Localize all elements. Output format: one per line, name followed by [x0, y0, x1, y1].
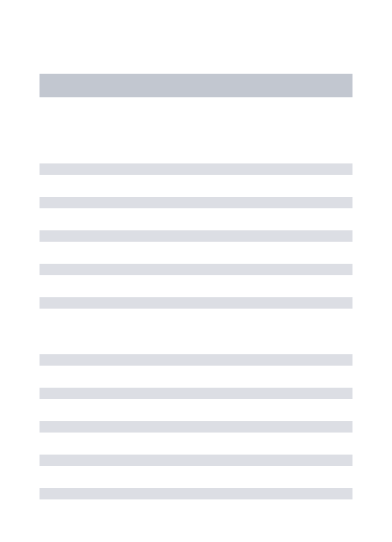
text-line: [40, 264, 352, 275]
paragraph-1: [40, 163, 352, 309]
text-line: [40, 488, 352, 499]
text-line: [40, 197, 352, 208]
text-line: [40, 230, 352, 242]
title-bar: [40, 74, 352, 97]
text-line: [40, 297, 352, 309]
text-line: [40, 163, 352, 175]
paragraph-2: [40, 354, 352, 499]
text-line: [40, 455, 352, 466]
text-line: [40, 388, 352, 399]
text-line: [40, 354, 352, 366]
text-line: [40, 421, 352, 433]
